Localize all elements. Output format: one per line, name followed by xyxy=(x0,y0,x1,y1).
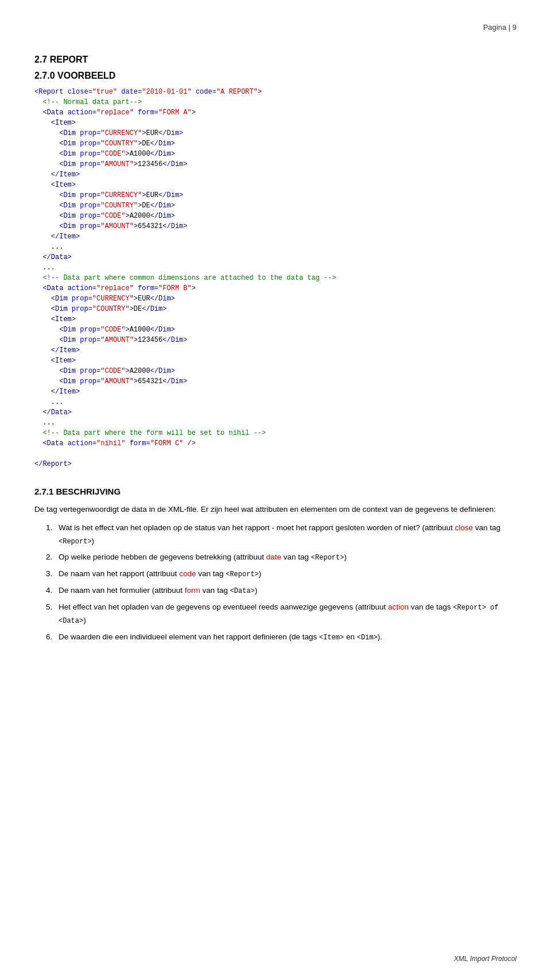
section-title-27: 2.7 REPORT xyxy=(34,55,517,65)
section-27: 2.7 REPORT 2.7.0 VOORBEELD <Report close… xyxy=(34,55,517,644)
list-num-6: 6. xyxy=(46,631,55,644)
page-footer: XML Import Protocol xyxy=(454,955,517,963)
list-text-1: Wat is het effect van het opladen op de … xyxy=(59,522,517,548)
page-number: Pagina | 9 xyxy=(483,23,517,32)
description-list: 1. Wat is het effect van het opladen op … xyxy=(46,522,517,645)
list-num-1: 1. xyxy=(46,522,55,548)
section-271-intro: De tag vertegenwoordigt de data in de XM… xyxy=(34,503,517,516)
footer-text: XML Import Protocol xyxy=(454,955,517,963)
list-item-3: 3. De naam van het rapport (attribuut co… xyxy=(46,568,517,581)
list-item-6: 6. De waarden die een individueel elemen… xyxy=(46,631,517,644)
list-num-3: 3. xyxy=(46,568,55,581)
list-item-1: 1. Wat is het effect van het opladen op … xyxy=(46,522,517,548)
list-num-2: 2. xyxy=(46,551,55,564)
list-num-4: 4. xyxy=(46,584,55,597)
list-text-5: Het effect van het opladen van de gegeve… xyxy=(59,601,517,627)
list-text-3: De naam van het rapport (attribuut code … xyxy=(59,568,517,581)
code-block-main: <Report close="true" date="2010-01-01" c… xyxy=(34,87,517,469)
list-text-2: Op welke periode hebben de gegevens betr… xyxy=(59,551,517,564)
section-title-270: 2.7.0 VOORBEELD xyxy=(34,71,517,81)
page-header: Pagina | 9 xyxy=(34,23,517,37)
list-item-4: 4. De naam van het formulier (attribuut … xyxy=(46,584,517,597)
list-text-4: De naam van het formulier (attribuut for… xyxy=(59,584,517,597)
list-item-2: 2. Op welke periode hebben de gegevens b… xyxy=(46,551,517,564)
section-title-271: 2.7.1 BESCHRIJVING xyxy=(34,487,517,496)
list-text-6: De waarden die een individueel element v… xyxy=(59,631,517,644)
list-num-5: 5. xyxy=(46,601,55,627)
code-content: <Report close="true" date="2010-01-01" c… xyxy=(34,87,517,469)
list-item-5: 5. Het effect van het opladen van de geg… xyxy=(46,601,517,627)
